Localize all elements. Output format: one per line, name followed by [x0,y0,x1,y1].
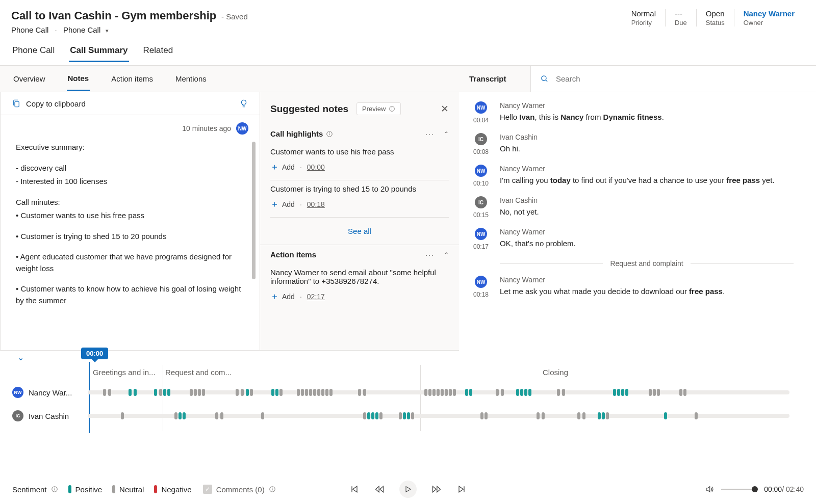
see-all-button[interactable]: See all [260,218,459,245]
timestamp-link[interactable]: 00:00 [307,163,325,171]
skip-end-button[interactable] [456,484,467,494]
comments-toggle[interactable]: ✓ Comments (0) [203,485,276,494]
skip-start-button[interactable] [349,484,360,494]
entity-name[interactable]: Phone Call [11,25,48,34]
timestamp-link[interactable]: 02:17 [307,293,325,301]
speech-chip [403,412,406,419]
avatar: NW [475,228,487,240]
playhead-marker[interactable]: 00:00 [81,348,108,359]
speaker-name: Ivan Cashin [500,196,809,204]
speaker-name: Nancy Warner [500,165,809,173]
add-action-button[interactable]: ＋Add [270,290,295,302]
speech-chip [496,389,499,396]
transcript-message[interactable]: NW00:04Nancy WarnerHello Ivan, this is N… [470,101,809,124]
speech-chip [261,412,264,419]
timestamp-link[interactable]: 00:18 [307,200,325,208]
speech-chip [399,412,402,419]
avatar: IC [475,133,487,145]
status-value[interactable]: Open [706,9,725,18]
copy-to-clipboard-button[interactable]: Copy to clipboard [12,99,86,108]
speech-chip [194,389,197,396]
note-timestamp: 10 minutes ago [182,124,231,132]
speech-track[interactable] [88,390,789,394]
transcript-message[interactable]: NW00:18Nancy WarnerLet me ask you what m… [470,276,809,298]
speech-chip [432,389,436,396]
avatar: IC [475,196,487,208]
form-selector[interactable]: Phone Call [63,25,100,34]
speech-chip [198,389,201,396]
msg-timestamp: 00:17 [473,243,489,250]
transcript-message[interactable]: IC00:15Ivan CashinNo, not yet. [470,196,809,219]
action-items-title: Action items [270,250,316,259]
speech-chip [453,389,456,396]
plus-icon: ＋ [270,161,279,173]
note-body[interactable]: Executive summary: - discovery call - In… [1,137,260,350]
close-icon[interactable]: ✕ [441,103,449,115]
more-icon[interactable]: ··· [425,130,435,138]
transcript-message[interactable]: IC00:08Ivan CashinOh hi. [470,133,809,155]
negative-swatch [154,485,157,493]
speech-chip [520,389,523,396]
tab-related[interactable]: Related [142,45,174,62]
chevron-up-icon[interactable]: ⌃ [444,130,449,138]
speech-chip [154,389,157,396]
total-time: / 02:40 [782,485,804,493]
speech-chip [103,389,106,396]
play-button[interactable] [399,481,417,498]
subtab-overview[interactable]: Overview [12,67,46,90]
speech-chip [379,412,382,419]
transcript-message[interactable]: NW00:17Nancy WarnerOK, that's no problem… [470,228,809,250]
speech-chip [501,389,504,396]
search-input[interactable] [555,74,807,84]
speech-chip [313,389,316,396]
action-item-text: Nancy Warner to send email about "some h… [270,268,449,285]
add-highlight-button[interactable]: ＋Add [270,198,295,210]
rewind-button[interactable] [374,484,385,494]
author-avatar: NW [236,122,248,135]
speaker-name: Nancy Warner [500,101,809,110]
due-value[interactable]: --- [675,9,687,18]
collapse-timeline-button[interactable]: ⌄ [17,353,24,362]
msg-text: OK, that's no problem. [500,238,809,249]
tab-call-summary[interactable]: Call Summary [69,45,129,62]
chevron-down-icon[interactable]: ▾ [106,28,109,34]
transcript-search[interactable] [530,66,816,92]
scrollbar[interactable] [252,142,256,279]
current-time: 00:00 [764,485,782,493]
speech-chip [250,389,253,396]
svg-marker-16 [353,486,357,492]
volume-slider[interactable] [721,489,757,490]
speech-chip [437,389,440,396]
speech-chip [363,389,366,396]
plus-icon: ＋ [270,290,279,302]
speech-chip [562,389,565,396]
tab-phone-call[interactable]: Phone Call [11,45,56,62]
transcript-message[interactable]: NW00:10Nancy WarnerI'm calling you today… [470,165,809,187]
info-icon[interactable] [326,130,333,138]
speech-chip [577,412,580,419]
speech-chip [309,389,312,396]
chevron-up-icon[interactable]: ⌃ [444,251,449,258]
priority-value[interactable]: Normal [631,9,656,18]
speech-track[interactable] [88,414,789,418]
subtab-mentions[interactable]: Mentions [174,67,208,90]
speech-chip [241,389,244,396]
segment-label: Request and com... [165,368,242,377]
more-icon[interactable]: ··· [425,251,435,259]
lightbulb-icon[interactable] [239,98,248,109]
svg-marker-24 [706,487,710,492]
speech-chip [325,389,328,396]
speech-chip [557,389,560,396]
info-icon [269,486,276,493]
owner-value[interactable]: Nancy Warner [744,9,795,18]
speech-chip [317,389,320,396]
subtab-notes[interactable]: Notes [67,67,90,91]
speech-chip [602,412,605,419]
volume-icon[interactable] [705,485,714,494]
subtab-action-items[interactable]: Action items [110,67,154,90]
add-highlight-button[interactable]: ＋Add [270,161,295,173]
info-icon [389,105,395,112]
forward-button[interactable] [431,484,442,494]
info-icon[interactable] [51,486,58,493]
msg-timestamp: 00:18 [473,291,489,298]
